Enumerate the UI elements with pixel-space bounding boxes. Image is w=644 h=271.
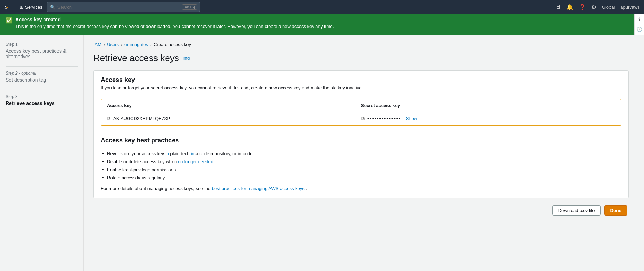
page-title-row: Retrieve access keys Info (93, 53, 629, 63)
breadcrumb-sep-2: › (121, 42, 122, 47)
bp-footer: For more details about managing access k… (101, 186, 621, 191)
breadcrumb: IAM › Users › emmagates › Create access … (93, 42, 629, 47)
global-selector[interactable]: Global (602, 5, 615, 10)
success-icon: ✅ (6, 17, 13, 24)
settings-icon[interactable]: ⚙ (591, 4, 596, 10)
bp-title: Access key best practices (101, 137, 621, 144)
access-key-card: Access key If you lose or forget your se… (93, 70, 629, 198)
step-divider-1 (6, 66, 78, 67)
secret-key-value: ⧉ •••••••••••••• Show (361, 115, 615, 121)
copy-secret-key-icon[interactable]: ⧉ (361, 115, 365, 121)
actions-row: Download .csv file Done (93, 205, 629, 216)
breadcrumb-iam[interactable]: IAM (93, 42, 101, 47)
bp-footer-pre: For more details about managing access k… (101, 186, 210, 191)
nav-icons: 🖥 🔔 ❓ ⚙ Global apurvaws (555, 4, 640, 10)
search-input[interactable] (58, 5, 180, 10)
show-secret-key-link[interactable]: Show (406, 116, 417, 121)
bp-item-2: Disable or delete access key when no lon… (101, 158, 621, 166)
top-nav: aws ⊞ Services 🔍 [Alt+S] 🖥 🔔 ❓ ⚙ Global … (0, 0, 644, 14)
step-1: Step 1 Access key best practices & alter… (6, 42, 78, 59)
breadcrumb-users[interactable]: Users (107, 42, 119, 47)
banner-title: Access key created (15, 17, 334, 22)
copy-access-key-icon[interactable]: ⧉ (107, 115, 110, 121)
col-secret-key: Secret access key (361, 103, 615, 108)
key-table-header: Access key Secret access key (101, 99, 621, 112)
bp-footer-link[interactable]: best practices for managing AWS access k… (212, 186, 305, 191)
key-row: ⧉ AKIAUGCD2XRPMLQE7XP ⧉ •••••••••••••• S… (101, 112, 621, 125)
page-title: Retrieve access keys (93, 53, 179, 63)
step-3-label: Step 3 (6, 94, 78, 99)
card-header: Access key If you lose or forget your se… (94, 71, 628, 93)
done-button[interactable]: Done (604, 205, 628, 216)
bp-item-3: Enable least-privilege permissions. (101, 166, 621, 174)
breadcrumb-sep-1: › (104, 42, 105, 47)
search-shortcut: [Alt+S] (182, 4, 197, 10)
aws-logo: aws (4, 3, 15, 10)
download-csv-button[interactable]: Download .csv file (552, 205, 601, 216)
access-key-value: ⧉ AKIAUGCD2XRPMLQE7XP (107, 115, 361, 121)
step-3: Step 3 Retrieve access keys (6, 94, 78, 106)
services-label: Services (25, 5, 43, 10)
services-button[interactable]: ⊞ Services (20, 4, 43, 10)
bp-item-4: Rotate access keys regularly. (101, 174, 621, 182)
notifications-icon[interactable]: 🖥 (555, 4, 561, 10)
user-menu[interactable]: apurvaws (620, 5, 640, 10)
card-title: Access key (101, 76, 621, 84)
svg-text:aws: aws (5, 8, 7, 9)
key-table-section: Access key Secret access key ⧉ AKIAUGCD2… (101, 99, 621, 126)
step-1-title: Access key best practices & alternatives (6, 48, 78, 59)
info-link[interactable]: Info (183, 55, 190, 61)
breadcrumb-sep-3: › (150, 42, 152, 47)
bp-item-1: Never store your access key in plain tex… (101, 150, 621, 158)
card-subtitle: If you lose or forget your secret access… (101, 85, 621, 90)
success-banner: ✅ Access key created This is the only ti… (0, 14, 644, 35)
side-panel-right: ℹ 🕐 (634, 14, 644, 35)
grid-icon: ⊞ (20, 4, 24, 10)
breadcrumb-emmagates[interactable]: emmagates (124, 42, 148, 47)
masked-secret-key: •••••••••••••• (367, 116, 401, 121)
help-icon[interactable]: ❓ (579, 4, 586, 10)
step-2: Step 2 - optional Set description tag (6, 71, 78, 83)
search-bar[interactable]: 🔍 [Alt+S] (47, 2, 200, 12)
info-circle-icon[interactable]: ℹ (638, 17, 640, 22)
step-divider-2 (6, 90, 78, 90)
col-access-key: Access key (107, 103, 361, 108)
main-content: IAM › Users › emmagates › Create access … (84, 35, 644, 271)
page-layout: Step 1 Access key best practices & alter… (0, 35, 644, 271)
bp-footer-post: . (306, 186, 307, 191)
clock-icon[interactable]: 🕐 (636, 27, 642, 32)
banner-message: This is the only time that the secret ac… (15, 24, 334, 29)
best-practices-section: Access key best practices Never store yo… (94, 131, 628, 198)
search-icon: 🔍 (50, 5, 55, 10)
breadcrumb-current: Create access key (154, 42, 191, 47)
bp-list: Never store your access key in plain tex… (101, 150, 621, 182)
bell-icon[interactable]: 🔔 (566, 4, 573, 10)
sidebar: Step 1 Access key best practices & alter… (0, 35, 84, 271)
step-3-title: Retrieve access keys (6, 100, 78, 106)
step-1-label: Step 1 (6, 42, 78, 47)
step-2-label: Step 2 - optional (6, 71, 78, 76)
access-key-text: AKIAUGCD2XRPMLQE7XP (113, 116, 170, 121)
step-2-title: Set description tag (6, 77, 78, 83)
success-content: Access key created This is the only time… (15, 17, 334, 29)
